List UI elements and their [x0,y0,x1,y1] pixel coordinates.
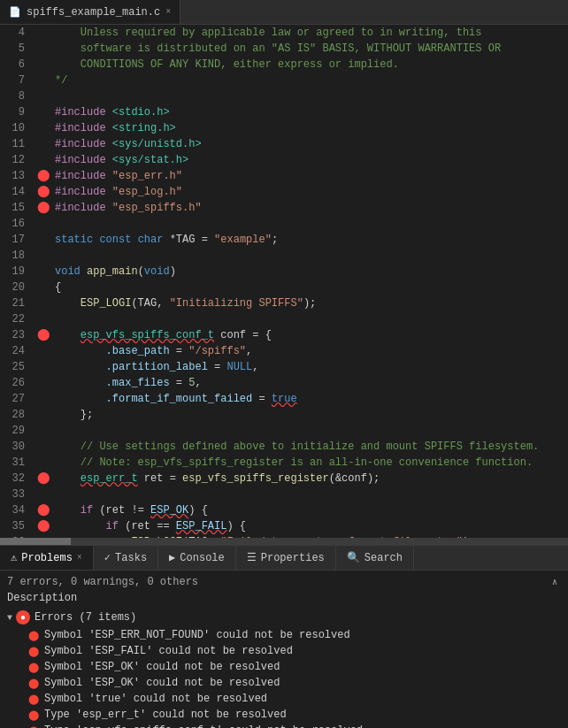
table-row: 22 [0,311,568,327]
line-gutter [35,439,51,455]
editor-scrollbar-thumb[interactable] [0,538,71,545]
table-row: 20 { [0,280,568,295]
collapse-button[interactable]: ∧ [552,577,561,587]
code-line [51,88,568,104]
tab-close-button[interactable]: × [165,7,171,17]
errors-header[interactable]: ▼ ● Errors (7 items) [7,608,561,627]
line-number: 23 [0,327,35,343]
code-line: if (ret != ESP_OK) { [51,502,568,518]
panel-content: 7 errors, 0 warnings, 0 others ∧ Descrip… [0,571,568,728]
table-row: 30 // Use settings defined above to init… [0,439,568,455]
tab-search[interactable]: 🔍 Search [336,546,414,570]
list-item: ⬤ Symbol 'ESP_ERR_NOT_FOUND' could not b… [7,627,561,643]
code-line: }; [51,407,568,423]
line-number: 12 [0,152,35,168]
tab-tasks-label: Tasks [115,552,147,564]
properties-icon: ☰ [247,551,257,564]
table-row: 4 Unless required by applicable law or a… [0,25,568,41]
table-row: 34 ⬤ if (ret != ESP_OK) { [0,502,568,518]
line-gutter [35,375,51,391]
line-number: 25 [0,359,35,375]
error-gutter-icon: ⬤ [35,168,51,184]
error-gutter-icon: ⬤ [35,200,51,216]
list-item: ⬤ Symbol 'ESP_FAIL' could not be resolve… [7,643,561,659]
line-gutter [35,104,51,120]
table-row: 5 software is distributed on an "AS IS" … [0,41,568,57]
editor-scrollbar[interactable] [0,538,568,545]
table-row: 35 ⬤ if (ret == ESP_FAIL) { [0,518,568,534]
tab-tasks[interactable]: ✓ Tasks [94,546,158,570]
line-number: 11 [0,136,35,152]
line-gutter [35,25,51,41]
list-item: ⬤ Symbol 'ESP_OK' could not be resolved [7,659,561,675]
code-line: .format_if_mount_failed = true [51,391,568,407]
table-row: 9 #include <stdio.h> [0,104,568,120]
line-gutter [35,343,51,359]
error-gutter-icon: ⬤ [35,327,51,343]
tab-problems-close[interactable]: × [77,553,82,563]
tab-filename: spiffs_example_main.c [27,6,160,19]
code-line: #include <sys/stat.h> [51,152,568,168]
code-line: #include "esp_err.h" [51,168,568,184]
code-line: // Use settings defined above to initial… [51,439,568,455]
line-gutter [35,41,51,57]
line-number: 17 [0,232,35,248]
line-gutter: ⬤ [35,327,51,343]
table-row: 13 ⬤ #include "esp_err.h" [0,168,568,184]
table-row: 18 [0,248,568,264]
line-number: 7 [0,73,35,88]
line-number: 26 [0,375,35,391]
error-text: Type 'esp_err_t' could not be resolved [44,709,287,721]
line-gutter [35,152,51,168]
search-tab-icon: 🔍 [347,551,360,564]
line-number: 21 [0,295,35,311]
error-item-icon: ⬤ [28,709,39,721]
editor-tab[interactable]: 📄 spiffs_example_main.c × [0,0,180,24]
line-gutter: ⬤ [35,184,51,200]
code-line: Unless required by applicable law or agr… [51,25,568,41]
line-gutter: ⬤ [35,471,51,487]
error-item-icon: ⬤ [28,662,39,673]
tasks-icon: ✓ [104,551,111,564]
list-item: ⬤ Symbol 'true' could not be resolved [7,691,561,707]
table-row: 25 .partition_label = NULL, [0,359,568,375]
table-row: 33 [0,487,568,502]
table-row: 29 [0,423,568,439]
line-number: 6 [0,57,35,73]
line-number: 13 [0,168,35,184]
error-item-icon: ⬤ [28,646,39,657]
tab-properties-label: Properties [261,552,325,564]
line-number: 10 [0,120,35,136]
code-line [51,311,568,327]
code-line [51,216,568,232]
code-line: #include <sys/unistd.h> [51,136,568,152]
errors-section-label: Errors (7 items) [35,611,136,624]
line-gutter: ⬤ [35,502,51,518]
list-item: ⬤ Type 'esp_vfs_spiffs_conf_t' could not… [7,723,561,728]
line-number: 29 [0,423,35,439]
code-line: software is distributed on an "AS IS" BA… [51,41,568,57]
code-line [51,423,568,439]
line-number: 8 [0,88,35,104]
file-icon: 📄 [9,6,21,18]
line-number: 14 [0,184,35,200]
tab-properties[interactable]: ☰ Properties [236,546,336,570]
line-number: 30 [0,439,35,455]
table-row: 6 CONDITIONS OF ANY KIND, either express… [0,57,568,73]
line-number: 16 [0,216,35,232]
code-editor[interactable]: 4 Unless required by applicable law or a… [0,25,568,538]
line-number: 28 [0,407,35,423]
error-text: Type 'esp_vfs_spiffs_conf_t' could not b… [44,724,363,728]
error-item-icon: ⬤ [28,725,39,729]
line-gutter [35,455,51,471]
table-row: 31 // Note: esp_vfs_spiffs_register is a… [0,455,568,471]
line-gutter: ⬤ [35,200,51,216]
tab-problems[interactable]: ⚠ Problems × [0,546,94,570]
table-row: 14 ⬤ #include "esp_log.h" [0,184,568,200]
line-number: 31 [0,455,35,471]
code-line: .partition_label = NULL, [51,359,568,375]
code-line: CONDITIONS OF ANY KIND, either express o… [51,57,568,73]
line-number: 19 [0,264,35,280]
error-text: Symbol 'ESP_OK' could not be resolved [44,677,280,689]
tab-console[interactable]: ▶ Console [158,546,236,570]
